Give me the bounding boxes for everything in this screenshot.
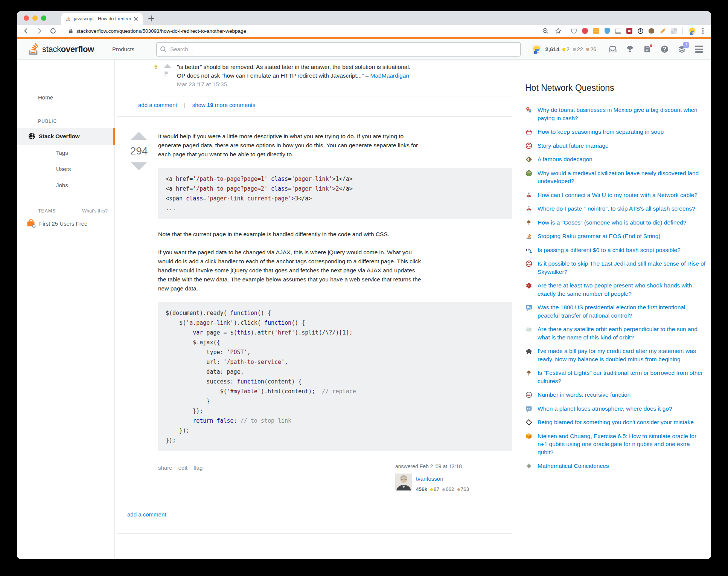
- hot-question-link[interactable]: Story about future marriage: [538, 142, 609, 150]
- products-menu[interactable]: Products: [108, 44, 138, 55]
- logo-text-stack: stack: [42, 44, 61, 54]
- hot-question-link[interactable]: When a planet loses atmosphere, where do…: [538, 405, 672, 413]
- flag-link[interactable]: flag: [193, 464, 203, 471]
- blue-app-extension-icon[interactable]: [605, 28, 610, 34]
- sidebar-item-stackoverflow[interactable]: Stack Overflow: [17, 128, 115, 145]
- close-window-button[interactable]: [24, 15, 29, 21]
- answerer-username-link[interactable]: tvanfosson: [416, 474, 469, 483]
- hot-question-link[interactable]: Are there at least two people present wh…: [538, 281, 706, 298]
- hot-question-link[interactable]: Are there any satellite orbit earth perp…: [538, 325, 706, 341]
- answer-paragraph: Note that the current page in the exampl…: [158, 230, 422, 239]
- newspaper-extension-icon[interactable]: [615, 29, 621, 34]
- upvote-icon[interactable]: [131, 132, 147, 140]
- sidebar-item-home[interactable]: Home: [17, 90, 114, 104]
- add-comment-link[interactable]: add a comment: [127, 511, 166, 518]
- answerer-avatar[interactable]: [395, 474, 412, 490]
- comment-flag-icon[interactable]: [164, 71, 169, 76]
- comment-upvote-icon[interactable]: [164, 64, 171, 68]
- pocket-extension-icon[interactable]: [571, 29, 577, 34]
- comment-author-link[interactable]: MadMaardigan: [370, 72, 409, 79]
- zoom-indicator-icon[interactable]: [542, 28, 549, 34]
- window-controls: [17, 15, 52, 25]
- miyodeya-site-icon: [525, 219, 533, 226]
- search-input[interactable]: [156, 42, 520, 57]
- sidebar-section-teams: TEAMS: [38, 208, 56, 214]
- lastpass-extension-icon[interactable]: [626, 28, 632, 34]
- forward-icon[interactable]: [36, 27, 43, 35]
- hot-question-item: Why do tourist businesses in Mexico give…: [525, 106, 706, 122]
- tab-close-icon[interactable]: [133, 16, 139, 22]
- add-comment-link[interactable]: add a comment: [138, 102, 177, 108]
- answer-footer: share edit flag answered Feb 2 '09 at 13…: [158, 462, 512, 494]
- hot-question-item: I've made a bill pay for my credit card …: [525, 347, 706, 363]
- answer-bottom-divider: [117, 533, 512, 534]
- hot-question-link[interactable]: Stopping Raku grammar at EOS (End of Str…: [538, 232, 661, 240]
- extensions-row: 1: [568, 28, 679, 34]
- review-queue-icon[interactable]: [643, 45, 652, 53]
- comment-actions: [164, 63, 177, 89]
- whats-this-link[interactable]: What's this?: [82, 208, 108, 214]
- help-icon[interactable]: [660, 45, 669, 53]
- hot-question-link[interactable]: Nielsen and Chuang, Exercise 6.5: How to…: [538, 432, 706, 457]
- hot-question-link[interactable]: Why do tourist businesses in Mexico give…: [538, 106, 706, 122]
- reputation-count[interactable]: 2,614: [545, 46, 560, 52]
- hot-question-link[interactable]: Why would a medieval civilization leave …: [538, 169, 706, 185]
- hot-question-link[interactable]: Being blamed for something you don't con…: [538, 418, 694, 426]
- hot-question-item: Why would a medieval civilization leave …: [525, 169, 706, 185]
- hot-question-item: How to keep seasonings from separating i…: [525, 128, 706, 136]
- hot-question-link[interactable]: How to keep seasonings from separating i…: [538, 128, 664, 136]
- counter-extension-icon[interactable]: 1: [638, 28, 643, 34]
- sidebar-item-teams-offer[interactable]: First 25 Users Free: [17, 214, 114, 233]
- hot-question-item: Being blamed for something you don't con…: [525, 418, 706, 426]
- divider: [161, 96, 512, 96]
- page-body: Home PUBLIC Stack Overflow Tags Users Jo…: [17, 60, 711, 559]
- inbox-icon[interactable]: [608, 45, 617, 53]
- edit-link[interactable]: edit: [178, 464, 187, 471]
- adblocker-extension-icon[interactable]: [582, 28, 588, 34]
- browser-menu-icon[interactable]: [702, 28, 704, 34]
- hot-question-link[interactable]: Where do I paste "-nointro", to skip ATS…: [538, 205, 695, 213]
- pencil-edit-extension-icon[interactable]: [659, 28, 666, 34]
- user-avatar[interactable]: [532, 44, 542, 54]
- url-text[interactable]: stackoverflow.com/questions/503093/how-d…: [76, 28, 246, 34]
- show-more-comments-link[interactable]: show 19 more comments: [192, 102, 256, 108]
- brown-app-extension-icon[interactable]: [649, 28, 654, 34]
- bookmark-star-icon[interactable]: [555, 28, 562, 34]
- hot-question-link[interactable]: Number in words: recursive function: [538, 391, 631, 399]
- answered-date: answered Feb 2 '09 at 13:18: [395, 462, 490, 471]
- minimize-window-button[interactable]: [32, 15, 38, 21]
- hot-question-link[interactable]: Is passing a different $0 to a child bas…: [538, 246, 681, 254]
- reload-icon[interactable]: [49, 27, 57, 35]
- hot-question-link[interactable]: A famous dodecagon: [538, 155, 592, 163]
- hamburger-menu-icon[interactable]: [695, 46, 703, 53]
- downvote-icon[interactable]: [131, 162, 147, 170]
- hot-question-link[interactable]: Mathematical Coincidences: [538, 462, 609, 470]
- padlock-icon[interactable]: [68, 28, 73, 34]
- share-link[interactable]: share: [158, 464, 172, 471]
- svg-text:L: L: [530, 249, 532, 253]
- hot-question-link[interactable]: Was the 1800 US presidential election th…: [538, 303, 706, 319]
- sidebar-item-users[interactable]: Users: [17, 161, 114, 177]
- stackoverflow-logo[interactable]: stackoverflow: [27, 43, 94, 56]
- sidebar-item-jobs[interactable]: Jobs: [17, 177, 114, 193]
- grid-extension-icon[interactable]: [671, 28, 677, 34]
- hot-question-link[interactable]: Is it possible to skip The Last Jedi and…: [538, 260, 706, 276]
- stackoverflow-favicon-icon: [65, 16, 71, 22]
- sidebar-item-tags[interactable]: Tags: [17, 145, 114, 161]
- new-tab-button[interactable]: [148, 15, 155, 22]
- site-switcher-icon[interactable]: 1: [678, 45, 686, 53]
- hot-question-link[interactable]: I've made a bill pay for my credit card …: [538, 347, 706, 363]
- answer-user-card: tvanfosson 456k 87 662 763: [395, 474, 490, 494]
- hot-question-link[interactable]: How is a "Goses" (someone who is about t…: [538, 218, 686, 227]
- maximize-window-button[interactable]: [41, 15, 46, 21]
- hot-question-link[interactable]: How can I connect a Wii U to my router w…: [538, 191, 698, 199]
- browser-tab[interactable]: javascript - How do I redirect to a: [61, 13, 143, 25]
- browser-profile-avatar[interactable]: [688, 27, 696, 35]
- achievements-trophy-icon[interactable]: [626, 45, 634, 53]
- hot-question-list: Why do tourist businesses in Mexico give…: [525, 106, 706, 470]
- back-icon[interactable]: [22, 27, 30, 35]
- orange-notes-extension-icon[interactable]: [593, 28, 599, 34]
- browser-tab-strip: javascript - How do I redirect to a: [17, 11, 711, 25]
- hot-question-link[interactable]: Is "Festival of Lights" our traditional …: [538, 369, 706, 385]
- site-switcher-badge: 1: [683, 42, 689, 48]
